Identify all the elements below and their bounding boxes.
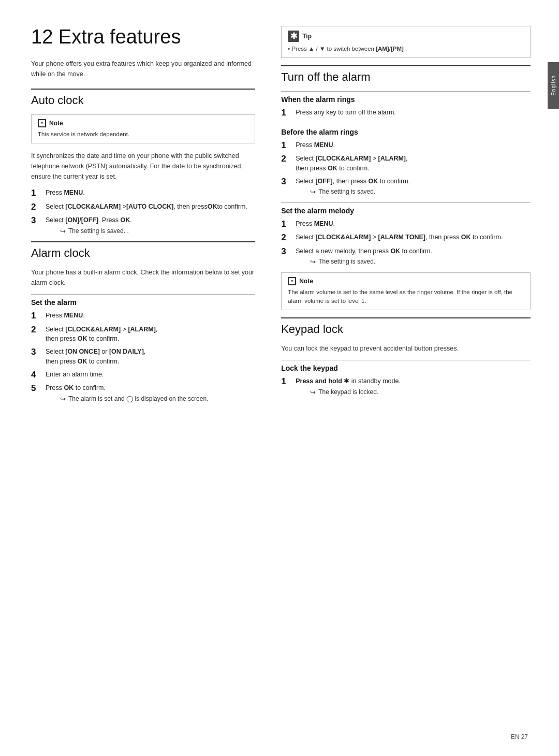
step-result: ↪ The setting is saved. xyxy=(310,187,410,197)
before-rings-steps: 1 Press MENU. 2 Select [CLOCK&ALARM] > [… xyxy=(281,140,531,197)
keypad-lock-body: You can lock the keypad to prevent accid… xyxy=(281,343,531,354)
subsection-before-rings: Before the alarm rings xyxy=(281,124,531,136)
note-icon: ≡ xyxy=(38,119,46,127)
note-text-2: The alarm volume is set to the same leve… xyxy=(288,289,512,304)
intro-text: Your phone offers you extra features whi… xyxy=(31,59,255,79)
melody-result: The setting is saved. xyxy=(318,257,375,266)
step-item: 1 Press MENU. xyxy=(281,140,531,151)
step-item: 1 Press MENU. xyxy=(31,311,255,321)
alarm-melody-steps: 1 Press MENU. 2 Select [CLOCK&ALARM] > [… xyxy=(281,219,531,267)
chapter-title: 12 Extra features xyxy=(31,26,255,48)
left-column: 12 Extra features Your phone offers you … xyxy=(31,26,271,730)
step-item: 1 Press any key to turn off the alarm. xyxy=(281,108,531,118)
step-item: 2 Select [CLOCK&ALARM] >[AUTO CLOCK], th… xyxy=(31,202,255,212)
step-result: ↪ The setting is saved. . xyxy=(60,226,132,237)
tip-label: Tip xyxy=(302,33,312,40)
step-item: 3 Select [ON ONCE] or [ON DAILY],then pr… xyxy=(31,347,255,367)
note-body-2: The alarm volume is set to the same leve… xyxy=(288,288,524,306)
step-item: 4 Enter an alarm time. xyxy=(31,370,255,380)
step-result: ↪ The alarm is set and ◯ is displayed on… xyxy=(60,394,208,404)
step-item: 2 Select [CLOCK&ALARM] > [ALARM],then pr… xyxy=(281,154,531,173)
step-item: 2 Select [CLOCK&ALARM] > [ALARM TONE], t… xyxy=(281,232,531,243)
section-keypad-lock: Keypad lock xyxy=(281,317,531,336)
tip-icon: ✱ xyxy=(288,31,299,42)
note-text: This service is network dependent. xyxy=(38,131,129,137)
alarm-clock-body: Your phone has a built-in alarm clock. C… xyxy=(31,267,255,288)
step-result: ↪ The keypad is locked. xyxy=(310,387,401,398)
step-item: 1 Press MENU. xyxy=(31,188,255,198)
note-header-2: ≡ Note xyxy=(288,277,524,285)
tip-header: ✱ Tip xyxy=(288,31,524,42)
note-box-alarm-melody: ≡ Note The alarm volume is set to the sa… xyxy=(281,272,531,311)
step-item: 1 Press MENU. xyxy=(281,219,531,229)
step-item: 3 Select [ON]/[OFF]. Press OK. ↪ The set… xyxy=(31,215,255,236)
step-result: ↪ The setting is saved. xyxy=(310,257,432,267)
set-alarm-steps: 1 Press MENU. 2 Select [CLOCK&ALARM] > [… xyxy=(31,311,255,404)
subsection-when-rings: When the alarm rings xyxy=(281,91,531,104)
right-column: ✱ Tip • Press ▲ / ▼ to switch between [A… xyxy=(271,26,531,730)
language-label: English xyxy=(551,75,556,96)
tip-box: ✱ Tip • Press ▲ / ▼ to switch between [A… xyxy=(281,26,531,58)
lock-result: The keypad is locked. xyxy=(318,387,378,397)
step-item: 1 Press and hold ✱ in standby mode. ↪ Th… xyxy=(281,376,531,397)
section-auto-clock: Auto clock xyxy=(31,89,255,107)
subsection-set-alarm: Set the alarm xyxy=(31,294,255,307)
language-tab: English xyxy=(548,62,559,109)
tip-body: • Press ▲ / ▼ to switch between [AM]/[PM… xyxy=(288,45,524,53)
note-body: This service is network dependent. xyxy=(38,130,248,139)
step-item: 5 Press OK to confirm. ↪ The alarm is se… xyxy=(31,383,255,404)
note-label-2: Note xyxy=(299,278,313,285)
step-item: 2 Select [CLOCK&ALARM] > [ALARM],then pr… xyxy=(31,325,255,344)
subsection-lock-keypad: Lock the keypad xyxy=(281,360,531,372)
step-result-text: The setting is saved. . xyxy=(68,226,129,236)
step-item: 3 Select [OFF], then press OK to confirm… xyxy=(281,177,531,197)
before-rings-result: The setting is saved. xyxy=(318,187,375,196)
note-header: ≡ Note xyxy=(38,119,248,127)
step-item: 3 Select a new melody, then press OK to … xyxy=(281,246,531,267)
auto-clock-steps: 1 Press MENU. 2 Select [CLOCK&ALARM] >[A… xyxy=(31,188,255,236)
note-box-auto-clock: ≡ Note This service is network dependent… xyxy=(31,114,255,143)
note-icon-2: ≡ xyxy=(288,277,296,285)
note-label: Note xyxy=(49,120,63,127)
step5-result-text: The alarm is set and ◯ is displayed on t… xyxy=(68,394,208,403)
when-rings-steps: 1 Press any key to turn off the alarm. xyxy=(281,108,531,118)
section-turn-off-alarm: Turn off the alarm xyxy=(281,65,531,84)
lock-keypad-steps: 1 Press and hold ✱ in standby mode. ↪ Th… xyxy=(281,376,531,397)
section-alarm-clock: Alarm clock xyxy=(31,241,255,260)
page-footer: EN 27 xyxy=(511,733,528,740)
auto-clock-body: It synchronizes the date and time on you… xyxy=(31,151,255,182)
subsection-alarm-melody: Set the alarm melody xyxy=(281,202,531,215)
